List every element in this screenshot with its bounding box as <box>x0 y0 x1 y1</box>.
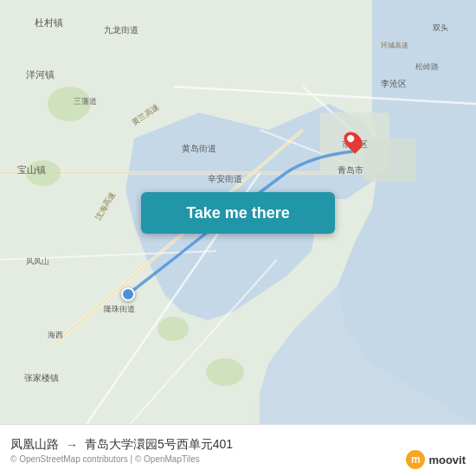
bottom-bar: 凤凰山路 → 青岛大学澴园5号西单元401 © OpenStreetMap co… <box>0 424 476 476</box>
moovit-brand-name: moovit <box>428 453 466 466</box>
svg-text:三藩道: 三藩道 <box>74 97 97 106</box>
svg-text:松岭路: 松岭路 <box>415 62 439 71</box>
svg-text:李沧区: 李沧区 <box>381 79 407 88</box>
svg-text:张家楼镇: 张家楼镇 <box>24 373 59 383</box>
svg-text:环城高速: 环城高速 <box>381 42 408 49</box>
svg-text:隆珠街道: 隆珠街道 <box>104 305 135 313</box>
origin-label: 凤凰山路 <box>10 437 59 453</box>
svg-text:九龙街道: 九龙街道 <box>104 25 138 35</box>
take-me-there-button[interactable]: Take me there <box>141 192 335 234</box>
svg-text:宝山镇: 宝山镇 <box>17 164 46 175</box>
svg-text:海西: 海西 <box>48 331 63 339</box>
map-container: 杜村镇 九龙街道 洋河镇 三藩道 宝山镇 黄岛街道 辛安街道 黄兰高速 沈海高速… <box>0 0 476 424</box>
svg-text:双头: 双头 <box>433 23 448 32</box>
moovit-icon: m <box>406 450 425 469</box>
svg-text:青岛市: 青岛市 <box>338 165 363 175</box>
svg-point-20 <box>158 317 189 341</box>
svg-text:黄岛街道: 黄岛街道 <box>182 144 216 153</box>
moovit-logo: m moovit <box>406 450 466 469</box>
route-info: 凤凰山路 → 青岛大学澴园5号西单元401 <box>10 437 466 453</box>
map-attribution: © OpenStreetMap contributors | © OpenMap… <box>10 454 466 464</box>
svg-text:杜村镇: 杜村镇 <box>35 17 63 28</box>
svg-rect-23 <box>363 138 415 182</box>
svg-text:洋河镇: 洋河镇 <box>26 69 55 80</box>
destination-label: 青岛大学澴园5号西单元401 <box>85 437 233 453</box>
origin-marker <box>121 287 135 301</box>
svg-text:风凤山: 风凤山 <box>26 257 49 266</box>
svg-point-21 <box>206 358 244 386</box>
route-arrow-icon: → <box>66 438 78 452</box>
svg-text:辛安街道: 辛安街道 <box>208 174 242 183</box>
